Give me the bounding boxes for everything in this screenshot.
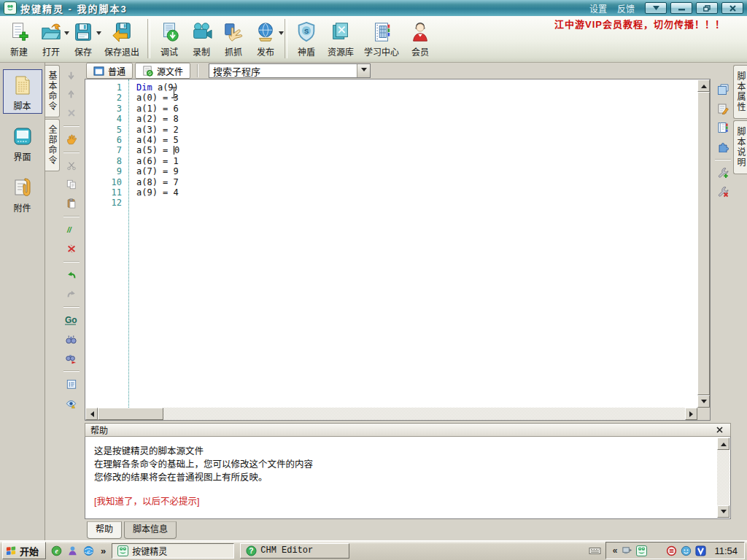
- scroll-up-button[interactable]: [697, 79, 710, 92]
- remove-tool-icon[interactable]: [715, 184, 731, 199]
- help-scroll-down-button[interactable]: [717, 505, 729, 518]
- window-title: 按键精灵 - 我的脚本3: [20, 1, 128, 15]
- minimize-button[interactable]: [670, 2, 692, 14]
- add-tool-icon[interactable]: [715, 166, 731, 180]
- internet-explorer-icon[interactable]: e: [83, 545, 94, 556]
- v-app-icon[interactable]: [695, 545, 706, 556]
- script-notes-icon[interactable]: [715, 101, 731, 116]
- tab-script-info[interactable]: 脚本信息: [124, 521, 177, 539]
- keyboard-status-icon[interactable]: [589, 546, 601, 556]
- scroll-left-button[interactable]: [85, 408, 98, 420]
- script-properties-icon[interactable]: [715, 82, 731, 97]
- horizontal-scroll-thumb[interactable]: [98, 408, 163, 420]
- code-line[interactable]: a(6) = 1: [136, 156, 697, 166]
- toolbar-record-button[interactable]: 录制: [185, 18, 217, 61]
- line-number: 10: [85, 177, 128, 187]
- code-line[interactable]: a(7) = 9: [136, 166, 697, 176]
- code-line[interactable]: a(0) = 3: [136, 93, 697, 103]
- code-line[interactable]: a(4) = 5: [136, 135, 697, 145]
- toolbar-grab-button[interactable]: 抓抓: [217, 18, 249, 61]
- find-icon[interactable]: [63, 332, 80, 346]
- svg-text:?: ?: [249, 547, 254, 555]
- move-up-icon[interactable]: [63, 87, 80, 101]
- sidebar-item-attachment[interactable]: 附件: [3, 171, 42, 216]
- tab-source[interactable]: 源文件: [135, 63, 190, 79]
- editor-vertical-scrollbar[interactable]: [697, 79, 710, 408]
- taskbar-button-chm-editor[interactable]: ?CHM Editor: [240, 543, 349, 559]
- device-icon[interactable]: [622, 545, 632, 556]
- taskbar-button-quickmacro[interactable]: 按键精灵: [112, 543, 234, 559]
- tab-normal[interactable]: 普通: [86, 63, 133, 79]
- code-line[interactable]: [136, 198, 697, 208]
- plugin-icon[interactable]: [715, 139, 731, 154]
- settings-link[interactable]: 设置: [589, 2, 607, 15]
- resource-book-icon[interactable]: [715, 120, 731, 135]
- uncomment-icon[interactable]: [63, 241, 80, 256]
- paste-icon[interactable]: [63, 196, 80, 211]
- vertical-scroll-thumb[interactable]: [697, 92, 710, 395]
- code-line[interactable]: a(3) = 2: [136, 125, 697, 135]
- toolbar-open-button[interactable]: 打开: [35, 18, 67, 61]
- feedback-link[interactable]: 反馈: [617, 2, 635, 15]
- find-next-icon[interactable]: [63, 351, 80, 365]
- tab-script-description[interactable]: 脚本说明: [733, 120, 747, 174]
- dismiss-hint-link[interactable]: [我知道了，以后不必提示]: [94, 495, 711, 508]
- toolbar-debug-button[interactable]: 调试: [153, 18, 185, 61]
- code-line[interactable]: a(2) = 8: [136, 114, 697, 124]
- preview-icon[interactable]: [63, 396, 80, 411]
- undo-icon[interactable]: [63, 268, 80, 282]
- dropdown-arrow-icon[interactable]: [279, 31, 284, 35]
- comment-icon[interactable]: //: [63, 222, 80, 237]
- tray-collapse-chevron[interactable]: «: [613, 545, 618, 556]
- scroll-right-button[interactable]: [685, 408, 697, 420]
- scroll-down-button[interactable]: [697, 395, 710, 408]
- quickmacro-tray-icon[interactable]: [636, 545, 647, 556]
- red-app-icon[interactable]: [666, 545, 677, 556]
- blue-app-icon[interactable]: [681, 545, 692, 556]
- move-down-icon[interactable]: [63, 68, 80, 82]
- close-button[interactable]: [721, 2, 743, 14]
- toolbar-save-button[interactable]: 保存: [67, 18, 99, 61]
- goto-line-icon[interactable]: Go: [63, 313, 80, 327]
- help-close-button[interactable]: [713, 424, 725, 435]
- code-line[interactable]: a(9) = 4: [136, 187, 697, 198]
- toolbar-learn-center-button[interactable]: 学习中心: [359, 18, 404, 61]
- toolbar-resource-button[interactable]: 资源库: [322, 18, 359, 61]
- toolbar-member-button[interactable]: 会员: [404, 18, 436, 61]
- collapse-button[interactable]: [645, 2, 667, 14]
- redo-icon[interactable]: [63, 287, 80, 301]
- code-line[interactable]: a(1) = 6: [136, 104, 697, 114]
- toolbar-new-button[interactable]: 新建: [3, 18, 35, 61]
- subroutine-combobox[interactable]: 搜索子程序: [209, 63, 371, 78]
- cut-icon[interactable]: [63, 158, 80, 173]
- toolbar-button-label: 发布: [257, 45, 274, 58]
- toolbar-shield-button[interactable]: S神盾: [290, 18, 322, 61]
- help-scroll-up-button[interactable]: [717, 438, 729, 450]
- restore-button[interactable]: [696, 2, 718, 14]
- copy-icon[interactable]: [63, 177, 80, 192]
- sidebar-item-script[interactable]: 脚本: [3, 69, 42, 114]
- combobox-dropdown-button[interactable]: [357, 64, 370, 77]
- delete-line-icon[interactable]: [63, 106, 80, 120]
- drag-hand-icon[interactable]: [63, 132, 80, 147]
- code-line[interactable]: Dim a(9): [136, 82, 697, 93]
- code-line[interactable]: a(5) = 0: [136, 145, 697, 155]
- messenger-icon[interactable]: [67, 545, 78, 556]
- quick-launch-overflow-chevron[interactable]: »: [101, 545, 106, 556]
- start-button[interactable]: 开始: [2, 542, 46, 559]
- help-scrollbar[interactable]: [717, 438, 729, 518]
- command-list-icon[interactable]: [63, 377, 80, 392]
- green-e-icon[interactable]: e: [51, 545, 62, 556]
- sidebar-item-interface[interactable]: 界面: [3, 120, 42, 165]
- code-text-area[interactable]: Dim a(9)a(0) = 3a(1) = 6a(2) = 8a(3) = 2…: [130, 79, 697, 408]
- editor-horizontal-scrollbar[interactable]: [85, 408, 697, 420]
- tab-help[interactable]: 帮助: [87, 521, 122, 539]
- code-editor[interactable]: 123456789101112 Dim a(9)a(0) = 3a(1) = 6…: [85, 79, 711, 421]
- tab-all-commands[interactable]: 全部命令: [45, 119, 60, 171]
- tab-script-properties[interactable]: 脚本属性: [733, 65, 747, 119]
- toolbar-publish-button[interactable]: 发布: [249, 18, 282, 61]
- toolbar-save-exit-button[interactable]: 保存退出: [99, 18, 144, 61]
- subroutine-combobox-value[interactable]: 搜索子程序: [209, 64, 357, 78]
- code-line[interactable]: a(8) = 7: [136, 177, 697, 187]
- tab-basic-commands[interactable]: 基本命令: [45, 65, 60, 117]
